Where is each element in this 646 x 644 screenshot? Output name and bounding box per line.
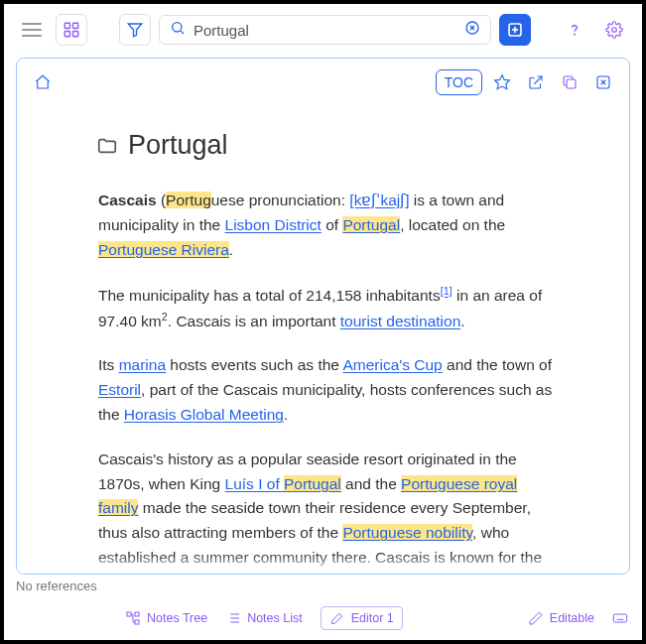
svg-rect-4 [73, 23, 78, 28]
svg-rect-23 [127, 612, 131, 616]
link-marina[interactable]: marina [119, 356, 166, 373]
search-box[interactable] [159, 15, 491, 45]
svg-rect-24 [135, 612, 139, 616]
edit-icon [329, 610, 345, 626]
folder-icon [96, 135, 118, 157]
open-external-button[interactable] [522, 68, 550, 96]
copy-button[interactable] [556, 68, 583, 96]
link-portugal[interactable]: Portugal [342, 216, 400, 233]
link-luis-i[interactable]: Luís I of Portugal [225, 475, 341, 492]
help-button[interactable] [559, 14, 590, 46]
page-title: Portugal [96, 124, 558, 167]
link-ipa[interactable]: [kɐʃˈkajʃ] [349, 192, 409, 208]
keyboard-button[interactable] [612, 610, 628, 626]
reference-link[interactable]: [1] [441, 285, 452, 297]
app-window: { "search": { "value": "Portugal" }, "do… [4, 4, 642, 640]
link-portuguese-riviera[interactable]: Portuguese Riviera [98, 241, 229, 258]
page-title-text: Portugal [128, 124, 228, 167]
search-input[interactable] [194, 22, 456, 39]
editable-toggle[interactable]: Editable [528, 610, 594, 626]
notes-list-button[interactable]: Notes List [225, 610, 303, 626]
link-tourist-destination[interactable]: tourist destination [340, 313, 461, 329]
home-button[interactable] [29, 68, 57, 96]
svg-marker-18 [495, 75, 510, 89]
highlight: Portug [166, 192, 211, 208]
status-bar: No references [4, 575, 642, 600]
link-lisbon-district[interactable]: Lisbon District [225, 216, 322, 233]
svg-rect-19 [567, 79, 576, 88]
document-toolbar: TOC [17, 59, 629, 106]
favorite-button[interactable] [488, 68, 516, 96]
svg-point-17 [612, 28, 617, 33]
document-panel: TOC Portugal Cascais (Portuguese pronunc… [16, 58, 630, 575]
document-content: Portugal Cascais (Portuguese pronunciati… [17, 106, 629, 574]
paragraph: The municipality has a total of 214,158 … [98, 283, 558, 334]
bold-text: Cascais [98, 192, 157, 208]
link-portuguese-nobility[interactable]: Portuguese nobility [342, 524, 472, 541]
toc-button[interactable]: TOC [436, 69, 482, 95]
link-americas-cup[interactable]: America's Cup [342, 356, 442, 373]
editor-tab[interactable]: Editor 1 [321, 606, 403, 630]
svg-rect-3 [65, 23, 69, 28]
search-icon [170, 20, 186, 40]
paragraph: Cascais (Portuguese pronunciation: [kɐʃˈ… [98, 189, 558, 262]
close-panel-button[interactable] [589, 68, 617, 96]
top-bar [4, 4, 642, 56]
svg-point-8 [173, 23, 182, 32]
svg-marker-7 [128, 24, 142, 37]
tree-icon [125, 610, 141, 626]
svg-rect-25 [135, 620, 139, 624]
settings-button[interactable] [598, 14, 630, 46]
svg-rect-5 [65, 32, 69, 37]
footer-bar: Notes Tree Notes List Editor 1 Editable [4, 600, 642, 640]
keyboard-icon [612, 610, 628, 626]
svg-line-9 [181, 31, 184, 34]
status-references: No references [16, 579, 97, 593]
paragraph: Its marina hosts events such as the Amer… [98, 353, 558, 427]
svg-rect-6 [73, 32, 78, 37]
dashboard-button[interactable] [56, 14, 87, 46]
link-horasis[interactable]: Horasis Global Meeting [124, 406, 284, 423]
list-icon [225, 610, 241, 626]
notes-tree-button[interactable]: Notes Tree [125, 610, 207, 626]
paragraph: Cascais's history as a popular seaside r… [98, 448, 558, 574]
svg-point-16 [575, 34, 576, 35]
svg-rect-32 [613, 614, 626, 622]
link-estoril[interactable]: Estoril [98, 381, 141, 398]
filter-button[interactable] [119, 14, 151, 46]
add-button[interactable] [499, 14, 531, 46]
pencil-icon [528, 610, 544, 626]
clear-search-icon[interactable] [464, 20, 480, 40]
menu-button[interactable] [16, 14, 48, 46]
